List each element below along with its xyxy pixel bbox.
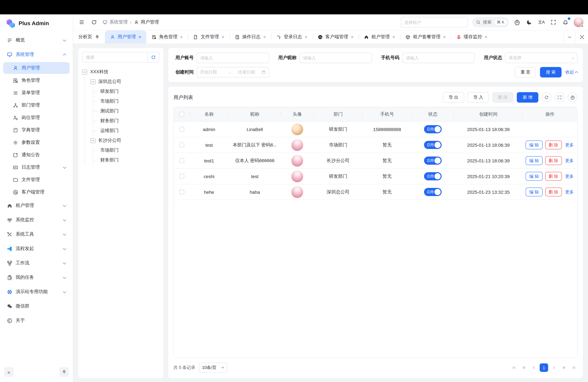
first-page-button[interactable] — [510, 364, 518, 372]
tab-operation-log[interactable]: 操作日志 × — [230, 30, 271, 43]
table-refresh-button[interactable] — [542, 92, 551, 102]
sidebar-item-system-tools[interactable]: 系统工具 — [3, 227, 70, 241]
tree-node-leaf[interactable]: 研发部门 — [93, 86, 159, 96]
search-button[interactable]: 搜 索 — [540, 67, 562, 77]
status-toggle[interactable]: 启用 — [424, 156, 442, 165]
edit-button[interactable]: 编 辑 — [525, 172, 543, 181]
tree-node-leaf[interactable]: 测试部门 — [93, 106, 159, 116]
sidebar-item-role-management[interactable]: 角色管理 — [3, 75, 70, 86]
more-button[interactable]: 更多 — [565, 156, 574, 165]
sidebar-item-post-management[interactable]: 岗位管理 — [3, 112, 70, 124]
table-settings-button[interactable] — [568, 92, 578, 102]
reset-button[interactable]: 重 置 — [515, 67, 536, 77]
sidebar-item-about[interactable]: 关于 — [3, 314, 70, 327]
tree-node-leaf[interactable]: 市场部门 — [93, 146, 159, 155]
close-icon[interactable]: × — [443, 35, 446, 39]
tree-node-root[interactable]: XXX科技 — [82, 67, 159, 77]
collapse-filter-link[interactable]: 收起 — [566, 69, 578, 75]
notifications-button[interactable] — [562, 18, 569, 26]
sidebar-item-system-monitor[interactable]: 系统监控 — [3, 213, 70, 227]
table-fullscreen-button[interactable] — [555, 92, 565, 102]
tab-user-management[interactable]: 用户管理 × — [105, 30, 146, 43]
sidebar-item-my-tasks[interactable]: 我的任务 — [3, 271, 70, 284]
import-button[interactable]: 导 入 — [467, 92, 489, 103]
close-icon[interactable]: × — [392, 35, 395, 39]
date-range-picker[interactable]: 开始日期 → 结束日期 — [197, 67, 269, 77]
edit-button[interactable]: 编 辑 — [525, 156, 543, 165]
sidebar-item-file-management[interactable]: 文件管理 — [3, 174, 70, 186]
sidebar-item-overview[interactable]: 概览 — [3, 33, 70, 47]
menu-toggle-button[interactable] — [78, 18, 85, 26]
page-size-select[interactable]: 10条/页 — [199, 363, 227, 373]
close-icon[interactable]: × — [222, 35, 224, 39]
prev-page-button[interactable] — [530, 364, 538, 372]
tree-node-branch[interactable]: 长沙分公司 — [90, 136, 159, 146]
collapse-box-icon[interactable] — [82, 69, 87, 74]
sidebar-item-wechat-group[interactable]: 微信群 — [3, 299, 70, 313]
tree-search-input[interactable] — [83, 55, 147, 60]
tree-node-leaf[interactable]: 财务部门 — [93, 116, 159, 126]
close-icon[interactable]: × — [139, 35, 141, 39]
sidebar-item-process-start[interactable]: 流程发起 — [3, 242, 70, 255]
close-icon[interactable]: × — [351, 35, 354, 39]
current-page-button[interactable]: 1 — [540, 363, 548, 372]
status-toggle[interactable]: 启用 — [424, 141, 442, 149]
more-button[interactable]: 更多 — [565, 172, 574, 181]
user-avatar-button[interactable] — [574, 17, 583, 27]
edit-button[interactable]: 编 辑 — [525, 188, 543, 196]
sidebar-item-menu-management[interactable]: 菜单管理 — [3, 87, 70, 99]
more-button[interactable]: 更多 — [565, 188, 574, 196]
close-icon[interactable]: × — [263, 35, 266, 39]
tab-file-management[interactable]: 文件管理 × — [188, 30, 230, 43]
delete-row-button[interactable]: 删 除 — [545, 156, 562, 165]
row-checkbox[interactable] — [179, 190, 184, 194]
fullscreen-button[interactable] — [549, 18, 557, 26]
delete-button[interactable]: 删 除 — [492, 92, 514, 103]
tree-node-leaf[interactable]: 市场部门 — [93, 96, 159, 106]
global-search-button[interactable]: 搜索 ⌘ K — [472, 17, 509, 27]
status-toggle[interactable]: 启用 — [424, 125, 442, 133]
sidebar-item-demo-features[interactable]: 演示站专用功能 — [3, 285, 70, 299]
app-logo[interactable]: Plus Admin — [3, 14, 70, 33]
select-all-checkbox[interactable] — [179, 112, 184, 117]
tab-tenant-management[interactable]: 租户管理 × — [359, 30, 400, 43]
content-fullscreen-button[interactable] — [576, 30, 588, 43]
last-page-button[interactable] — [570, 364, 578, 372]
tab-role-management[interactable]: 角色管理 × — [146, 30, 188, 43]
tab-list-dropdown-button[interactable] — [563, 30, 576, 43]
collapse-box-icon[interactable] — [90, 138, 95, 143]
next-group-button[interactable] — [560, 364, 568, 372]
dark-mode-button[interactable] — [525, 18, 533, 26]
sidebar-item-dept-management[interactable]: 部门管理 — [3, 99, 70, 111]
tree-node-leaf[interactable]: 运维部门 — [93, 126, 159, 136]
add-button[interactable]: 新 增 — [517, 92, 538, 103]
sidebar-item-dict-management[interactable]: 字典管理 — [3, 124, 70, 136]
status-select[interactable]: 请选择 — [505, 53, 578, 63]
close-icon[interactable]: × — [485, 35, 487, 39]
refresh-page-button[interactable] — [90, 18, 98, 26]
sidebar-item-tenant-management[interactable]: 租户管理 — [3, 199, 70, 212]
status-toggle[interactable]: 启用 — [424, 172, 442, 180]
tenant-select-input[interactable] — [401, 17, 468, 27]
tree-node-branch[interactable]: 深圳总公司 — [90, 77, 159, 86]
status-toggle[interactable]: 启用 — [424, 188, 442, 196]
delete-row-button[interactable]: 删 除 — [545, 141, 562, 149]
export-button[interactable]: 导 出 — [443, 92, 464, 103]
more-button[interactable]: 更多 — [565, 141, 574, 149]
sidebar-item-log-management[interactable]: 日志管理 — [3, 161, 70, 173]
close-icon[interactable]: × — [180, 35, 183, 39]
row-checkbox[interactable] — [179, 143, 184, 147]
tab-login-log[interactable]: 登录日志 × — [271, 30, 313, 43]
language-button[interactable]: 文A — [537, 18, 545, 26]
pin-icon[interactable] — [95, 35, 100, 39]
sidebar-item-notice[interactable]: 通知公告 — [3, 149, 70, 161]
collapse-box-icon[interactable] — [90, 79, 95, 84]
edit-button[interactable]: 编 辑 — [525, 141, 543, 149]
row-checkbox[interactable] — [179, 174, 184, 179]
tab-cache-monitor[interactable]: 缓存监控 × — [451, 30, 492, 43]
tab-client-management[interactable]: 客户端管理 × — [313, 30, 359, 43]
row-checkbox[interactable] — [179, 158, 184, 163]
next-page-button[interactable] — [550, 364, 558, 372]
phone-input[interactable] — [402, 53, 475, 63]
tab-tenant-package[interactable]: 租户套餐管理 × — [400, 30, 451, 43]
